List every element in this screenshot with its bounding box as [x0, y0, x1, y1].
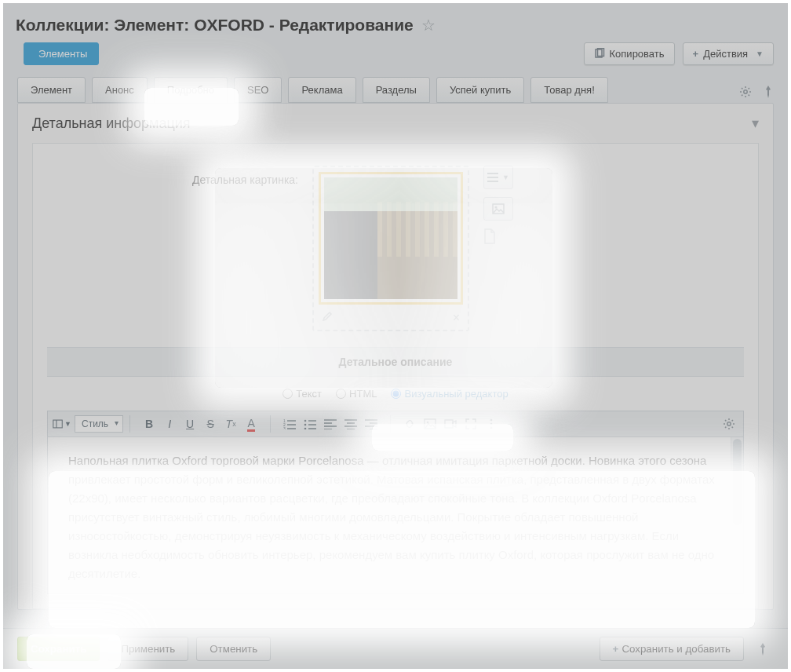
svg-point-35	[490, 423, 493, 425]
plus-icon: +	[613, 643, 619, 655]
more-icon[interactable]	[482, 415, 501, 433]
collapse-icon[interactable]: ▾	[752, 115, 759, 132]
edit-image-icon[interactable]	[322, 311, 333, 325]
svg-point-15	[304, 424, 307, 426]
plus-icon: +	[693, 48, 699, 60]
tabs: Элемент Анонс Подробно SEO Реклама Разде…	[3, 77, 788, 103]
align-left-icon[interactable]	[321, 415, 340, 433]
copy-button-label: Копировать	[610, 48, 665, 60]
bottom-bar: Сохранить Применить Отменить +Сохранить …	[3, 628, 788, 669]
bold-icon[interactable]: B	[140, 415, 159, 433]
list-ul-icon[interactable]	[301, 415, 319, 433]
tab-uspej[interactable]: Успей купить	[436, 77, 524, 103]
mode-visual[interactable]: Визуальный редактор	[391, 388, 508, 400]
layout-icon[interactable]: ▼	[53, 415, 71, 433]
favorite-star-icon[interactable]: ☆	[421, 16, 436, 35]
svg-point-17	[304, 428, 307, 429]
pin-icon[interactable]	[763, 86, 774, 98]
file-icon[interactable]	[483, 228, 513, 244]
tab-tovar-dnya[interactable]: Товар дня!	[530, 77, 607, 103]
mode-text[interactable]: Текст	[282, 388, 322, 400]
svg-point-2	[744, 90, 747, 93]
delete-image-icon[interactable]: ×	[453, 311, 460, 325]
fullscreen-icon[interactable]	[461, 415, 480, 433]
svg-point-37	[727, 422, 731, 425]
editor-toolbar: ▼ Стиль B I U S Tx A 123	[47, 411, 744, 437]
list-ol-icon[interactable]: 123	[280, 415, 299, 433]
strike-icon[interactable]: S	[201, 415, 220, 433]
image-dropzone[interactable]: ×	[312, 166, 469, 331]
save-button[interactable]: Сохранить	[17, 637, 100, 661]
actions-button[interactable]: + Действия ▼	[683, 42, 774, 65]
link-icon[interactable]	[400, 415, 419, 433]
editor-mode-row: Текст HTML Визуальный редактор	[47, 377, 744, 411]
insert-video-icon[interactable]	[441, 415, 460, 433]
svg-point-34	[490, 419, 493, 422]
page-title: Коллекции: Элемент: OXFORD - Редактирова…	[16, 16, 414, 35]
italic-icon[interactable]: I	[160, 415, 179, 433]
tab-razdely[interactable]: Разделы	[363, 77, 430, 103]
style-select[interactable]: Стиль	[75, 415, 123, 433]
tab-element[interactable]: Элемент	[17, 77, 86, 103]
svg-point-32	[427, 422, 429, 424]
tab-seo[interactable]: SEO	[234, 77, 282, 103]
copy-button[interactable]: Копировать	[584, 42, 675, 65]
mode-html[interactable]: HTML	[336, 388, 377, 400]
tab-reklama[interactable]: Реклама	[288, 77, 355, 103]
image-menu-button[interactable]: ▼	[483, 166, 513, 189]
description-header: Детальное описание	[47, 347, 744, 377]
svg-point-13	[304, 420, 307, 422]
image-thumbnail[interactable]	[324, 177, 457, 299]
image-frame	[319, 172, 463, 305]
section-title: Детальная информация	[32, 115, 191, 132]
svg-text:3: 3	[283, 426, 286, 429]
hamburger-icon	[487, 173, 500, 182]
align-right-icon[interactable]	[362, 415, 381, 433]
editor-content[interactable]: Напольная плитка Oxford торговой марки P…	[48, 437, 743, 594]
cancel-button[interactable]: Отменить	[196, 637, 271, 661]
align-center-icon[interactable]	[341, 415, 360, 433]
tab-anons[interactable]: Анонс	[92, 77, 148, 103]
gear-icon[interactable]	[739, 86, 752, 98]
svg-point-36	[490, 427, 493, 429]
save-and-add-button[interactable]: +Сохранить и добавить	[600, 637, 744, 661]
apply-button[interactable]: Применить	[108, 637, 188, 661]
svg-rect-5	[53, 420, 62, 428]
toolbar-gear-icon[interactable]	[720, 415, 738, 433]
clearformat-icon[interactable]: Tx	[221, 415, 240, 433]
chevron-down-icon: ▼	[502, 173, 509, 181]
chevron-down-icon: ▼	[756, 49, 764, 58]
breadcrumb-back-button[interactable]: Элементы	[24, 42, 99, 65]
editor-scrollbar[interactable]	[731, 437, 743, 593]
tab-podrobno[interactable]: Подробно	[154, 77, 228, 103]
detail-image-label: Детальная картинка:	[47, 166, 298, 186]
insert-image-icon[interactable]	[421, 415, 439, 433]
pin-bottom-icon[interactable]	[752, 638, 774, 660]
underline-icon[interactable]: U	[180, 415, 199, 433]
copy-icon	[594, 48, 605, 59]
image-gallery-button[interactable]	[483, 197, 513, 221]
textcolor-icon[interactable]: A	[242, 415, 261, 433]
editor-area[interactable]: Напольная плитка Oxford торговой марки P…	[47, 437, 744, 594]
svg-rect-33	[445, 420, 453, 428]
image-icon	[492, 203, 505, 214]
actions-button-label: Действия	[703, 48, 748, 60]
